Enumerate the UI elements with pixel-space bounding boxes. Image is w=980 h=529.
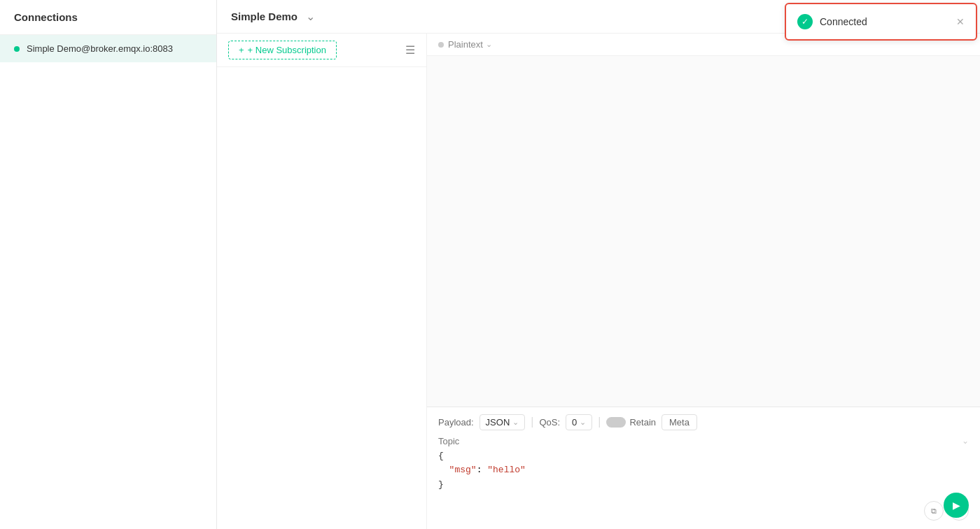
copy-button[interactable]: ⧉ — [924, 501, 944, 521]
close-notification-icon[interactable]: ✕ — [956, 16, 965, 27]
qos-label: QoS: — [539, 417, 560, 428]
payload-format-select[interactable]: JSON ⌄ — [479, 414, 526, 430]
meta-button[interactable]: Meta — [662, 414, 697, 430]
json-line-close: } — [438, 479, 444, 490]
topic-row: ⌄ — [438, 436, 969, 446]
connected-status-icon: ✓ — [797, 14, 813, 29]
filter-button[interactable]: ☰ — [405, 43, 415, 57]
qos-chevron: ⌄ — [580, 418, 586, 427]
checkmark-icon: ✓ — [802, 17, 808, 27]
meta-label: Meta — [669, 417, 690, 428]
connected-notification: ✓ Connected ✕ — [785, 3, 977, 41]
compose-toolbar: Payload: JSON ⌄ | QoS: 0 ⌄ | — [438, 414, 969, 430]
send-icon: ▶ — [953, 500, 960, 511]
content-area — [427, 56, 980, 407]
payload-format-value: JSON — [486, 417, 510, 428]
retain-toggle[interactable]: Retain — [606, 417, 656, 428]
plaintext-dropdown-button[interactable]: Plaintext ⌄ — [448, 39, 492, 50]
qos-select[interactable]: 0 ⌄ — [566, 414, 592, 430]
main-header-left: Simple Demo ⌄ — [231, 7, 318, 26]
copy-icon: ⧉ — [931, 507, 937, 516]
message-panel: Plaintext ⌄ Payload: JSON ⌄ | — [427, 34, 980, 529]
send-button[interactable]: ▶ — [944, 493, 969, 518]
sidebar-item-simple-demo[interactable]: Simple Demo@broker.emqx.io:8083 — [0, 35, 216, 62]
json-editor[interactable]: { "msg": "hello" } — [438, 446, 969, 495]
sidebar-item-label: Simple Demo@broker.emqx.io:8083 — [27, 43, 173, 54]
payload-format-chevron: ⌄ — [512, 418, 519, 427]
main-title: Simple Demo — [231, 10, 298, 22]
main-panel: Simple Demo ⌄ ⏻ ✏ ··· — [217, 0, 980, 529]
sidebar: Connections Simple Demo@broker.emqx.io:8… — [0, 0, 217, 529]
topic-input[interactable] — [438, 436, 962, 446]
sidebar-title: Connections — [0, 0, 216, 35]
plaintext-label: Plaintext — [448, 39, 483, 50]
retain-switch[interactable] — [606, 417, 626, 428]
topic-chevron-icon: ⌄ — [962, 436, 969, 446]
subscriptions-list — [217, 67, 426, 529]
retain-label: Retain — [629, 417, 656, 428]
json-line-open: { — [438, 451, 444, 461]
json-colon: : — [477, 465, 488, 475]
divider: | — [531, 416, 533, 428]
new-subscription-button[interactable]: + + New Subscription — [228, 41, 337, 59]
divider2: | — [598, 416, 601, 428]
connected-text: Connected — [820, 16, 949, 27]
json-key: "msg" — [449, 465, 477, 475]
compose-actions: ⧉ ✕ — [438, 501, 969, 521]
new-subscription-label: + New Subscription — [248, 45, 326, 55]
title-dropdown-button[interactable]: ⌄ — [303, 7, 318, 26]
status-dot — [14, 46, 20, 52]
subscriptions-panel: + + New Subscription ☰ — [217, 34, 427, 529]
chevron-down-icon: ⌄ — [306, 10, 315, 23]
plaintext-dot — [438, 42, 444, 48]
compose-area: Payload: JSON ⌄ | QoS: 0 ⌄ | — [427, 407, 980, 529]
subscription-bar: + + New Subscription ☰ — [217, 34, 426, 67]
plus-icon: + — [239, 45, 244, 55]
plaintext-chevron-icon: ⌄ — [486, 40, 492, 49]
filter-icon: ☰ — [405, 44, 415, 56]
json-value: "hello" — [487, 465, 526, 475]
qos-value: 0 — [572, 417, 577, 428]
payload-label: Payload: — [438, 417, 474, 428]
json-line-content: "msg": "hello" — [438, 465, 526, 475]
